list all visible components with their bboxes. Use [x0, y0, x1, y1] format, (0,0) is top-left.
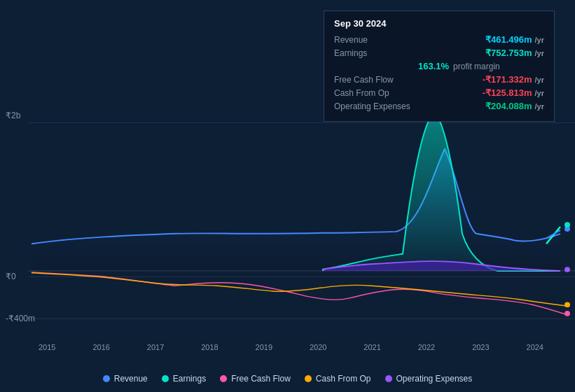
tooltip-opex-value: ₹204.088m/yr [485, 101, 544, 111]
tooltip-cfo-row: Cash From Op -₹125.813m/yr [334, 88, 544, 98]
tooltip-revenue-value: ₹461.496m/yr [485, 34, 544, 45]
tooltip-fcf-row: Free Cash Flow -₹171.332m/yr [334, 74, 544, 85]
tooltip-opex-label: Operating Expenses [334, 102, 418, 111]
x-label-2023: 2023 [472, 343, 489, 351]
tooltip-fcf-value: -₹171.332m/yr [483, 74, 544, 85]
svg-point-3 [564, 302, 570, 307]
legend-opex[interactable]: Operating Expenses [385, 374, 473, 384]
legend-opex-label: Operating Expenses [396, 374, 473, 384]
chart-svg [0, 108, 575, 350]
x-label-2024: 2024 [527, 343, 543, 351]
svg-point-4 [564, 267, 570, 272]
legend-cfo[interactable]: Cash From Op [305, 374, 371, 384]
x-label-2020: 2020 [310, 343, 326, 351]
chart-container: Sep 30 2024 Revenue ₹461.496m/yr Earning… [0, 0, 575, 392]
tooltip-earnings-row: Earnings ₹752.753m/yr [334, 48, 544, 58]
legend-earnings-label: Earnings [173, 374, 206, 384]
legend-earnings[interactable]: Earnings [162, 374, 206, 384]
tooltip-opex-row: Operating Expenses ₹204.088m/yr [334, 101, 544, 111]
legend-opex-dot [385, 375, 392, 382]
tooltip-earnings-label: Earnings [334, 48, 418, 58]
tooltip-cfo-label: Cash From Op [334, 88, 418, 98]
tooltip-box: Sep 30 2024 Revenue ₹461.496m/yr Earning… [324, 10, 555, 122]
legend-cfo-label: Cash From Op [316, 374, 371, 384]
legend-cfo-dot [305, 375, 312, 382]
tooltip-revenue-label: Revenue [334, 35, 418, 45]
x-axis: 2015 2016 2017 2018 2019 2020 2021 2022 … [0, 343, 575, 351]
x-label-2017: 2017 [147, 343, 164, 351]
x-label-2015: 2015 [39, 343, 55, 351]
x-label-2022: 2022 [418, 343, 435, 351]
tooltip-earnings-value: ₹752.753m/yr [485, 48, 544, 58]
legend-revenue-label: Revenue [114, 374, 148, 384]
tooltip-profit-margin-row: 163.1% profit margin [418, 61, 544, 71]
legend-fcf-label: Free Cash Flow [231, 374, 291, 384]
tooltip-profit-margin-value: 163.1% [418, 61, 449, 71]
x-label-2021: 2021 [363, 343, 380, 351]
svg-point-2 [564, 311, 570, 316]
tooltip-revenue-row: Revenue ₹461.496m/yr [334, 34, 544, 45]
legend-revenue-dot [103, 375, 110, 382]
x-label-2019: 2019 [256, 343, 272, 351]
tooltip-date: Sep 30 2024 [334, 18, 544, 29]
x-label-2016: 2016 [92, 343, 109, 351]
legend-revenue[interactable]: Revenue [103, 374, 148, 384]
legend-fcf-dot [220, 375, 227, 382]
legend-fcf[interactable]: Free Cash Flow [220, 374, 291, 384]
chart-legend: Revenue Earnings Free Cash Flow Cash Fro… [0, 374, 575, 384]
tooltip-fcf-label: Free Cash Flow [334, 75, 418, 85]
tooltip-profit-margin-label: profit margin [453, 62, 500, 71]
svg-point-1 [564, 222, 570, 227]
tooltip-cfo-value: -₹125.813m/yr [483, 88, 544, 98]
x-label-2018: 2018 [201, 343, 218, 351]
legend-earnings-dot [162, 375, 169, 382]
